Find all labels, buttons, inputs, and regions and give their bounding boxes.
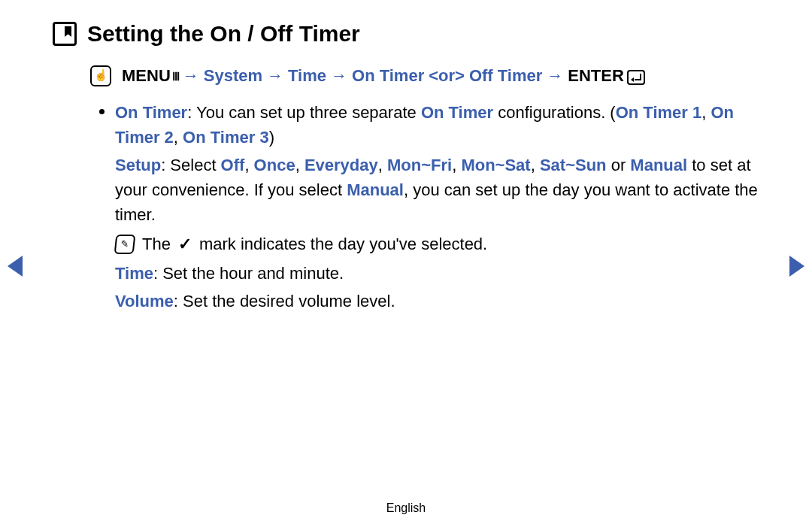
bookmark-icon (53, 22, 77, 46)
label-on-timer: On Timer (115, 103, 187, 122)
enter-button-label: ENTER (568, 63, 645, 88)
arrow-icon: → (267, 63, 283, 88)
body-content: ☝ MENUⅢ → System → Time → On Timer <or> … (53, 63, 759, 316)
text: : Set the hour and minute. (153, 264, 344, 283)
sep: , (701, 103, 710, 122)
note-row: ✎ The ✓ mark indicates the day you've se… (115, 232, 759, 256)
label-volume: Volume (115, 292, 174, 310)
opt-monfri: Mon~Fri (387, 156, 452, 174)
sep: , (174, 128, 183, 147)
menu-glyph-icon: Ⅲ (172, 71, 178, 82)
footer-language: English (0, 501, 812, 515)
opt-everyday: Everyday (304, 156, 378, 174)
label-time: Time (115, 264, 153, 283)
bullet-content: On Timer: You can set up three separate … (115, 100, 759, 316)
close: ) (269, 128, 274, 147)
sep: , (531, 156, 540, 174)
path-off-timer: Off Timer (469, 63, 542, 88)
arrow-icon: → (547, 63, 563, 88)
manual-page: Setting the On / Off Timer ☝ MENUⅢ → Sys… (0, 0, 812, 530)
text: configurations. ( (493, 103, 616, 122)
arrow-icon: → (183, 63, 199, 88)
path-time: Time (288, 63, 326, 88)
cfg-on-timer-1: On Timer 1 (616, 103, 702, 122)
path-system: System (204, 63, 262, 88)
enter-text: ENTER (568, 63, 624, 88)
arrow-icon: → (331, 63, 347, 88)
check-icon: ✓ (178, 232, 192, 256)
sep: , (452, 156, 461, 174)
highlight-on-timer: On Timer (421, 103, 493, 122)
volume-paragraph: Volume: Set the desired volume level. (115, 289, 759, 313)
label-setup: Setup (115, 156, 161, 174)
bullet-dot-icon (99, 109, 105, 114)
bullet-item: On Timer: You can set up three separate … (90, 100, 759, 316)
opt-monsat: Mon~Sat (461, 156, 530, 174)
opt-off: Off (221, 156, 245, 174)
hand-icon: ☝ (90, 65, 111, 86)
or: or (607, 156, 631, 174)
opt-manual: Manual (630, 156, 687, 174)
prev-page-arrow-icon[interactable] (8, 256, 23, 277)
text: : Select (161, 156, 220, 174)
menu-text: MENU (122, 63, 171, 88)
setup-paragraph: Setup: Select Off, Once, Everyday, Mon~F… (115, 153, 759, 227)
menu-path: ☝ MENUⅢ → System → Time → On Timer <or> … (90, 63, 759, 88)
path-on-timer: On Timer (352, 63, 424, 88)
sep: , (244, 156, 253, 174)
text: : Set the desired volume level. (174, 292, 395, 310)
note-icon: ✎ (114, 235, 136, 254)
opt-manual-2: Manual (347, 180, 404, 199)
sep: , (295, 156, 304, 174)
text: : You can set up three separate (187, 103, 421, 122)
time-paragraph: Time: Set the hour and minute. (115, 261, 759, 286)
next-page-arrow-icon[interactable] (789, 256, 804, 277)
sep: , (378, 156, 387, 174)
note-post: mark indicates the day you've selected. (199, 232, 487, 256)
path-or: <or> (429, 63, 465, 88)
title-row: Setting the On / Off Timer (53, 21, 759, 47)
page-title: Setting the On / Off Timer (87, 21, 360, 47)
opt-satsun: Sat~Sun (540, 156, 607, 174)
menu-button-label: MENUⅢ (122, 63, 178, 88)
on-timer-paragraph: On Timer: You can set up three separate … (115, 100, 759, 150)
opt-once: Once (254, 156, 295, 174)
enter-glyph-icon (627, 70, 645, 85)
cfg-on-timer-3: On Timer 3 (183, 128, 269, 147)
note-pre: The (142, 232, 171, 256)
